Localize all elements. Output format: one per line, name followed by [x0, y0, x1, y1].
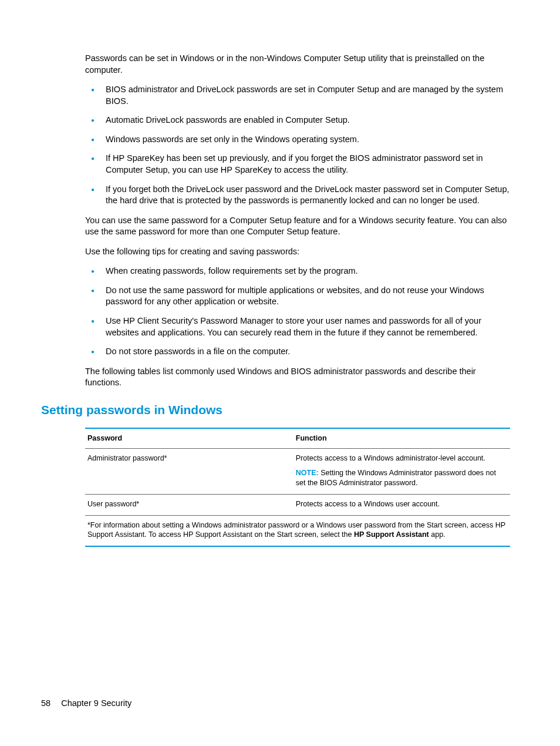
list-item: When creating passwords, follow requirem… [85, 266, 510, 277]
list-item: Windows passwords are set only in the Wi… [85, 134, 510, 146]
page-number: 58 [41, 698, 50, 708]
list-item: Do not store passwords in a file on the … [85, 346, 510, 358]
same-password-paragraph: You can use the same password for a Comp… [85, 215, 510, 238]
tips-intro-paragraph: Use the following tips for creating and … [85, 246, 510, 258]
list-item: If HP SpareKey has been set up previousl… [85, 153, 510, 176]
note-label: NOTE: [296, 469, 319, 477]
page-footer: 58 Chapter 9 Security [41, 698, 131, 710]
bullet-list-setup: BIOS administrator and DriveLock passwor… [85, 84, 510, 207]
intro-paragraph: Passwords can be set in Windows or in th… [85, 53, 510, 76]
section-heading: Setting passwords in Windows [41, 402, 510, 418]
passwords-table: Password Function Administrator password… [85, 428, 510, 547]
cell-function: Protects access to a Windows administrat… [294, 449, 510, 495]
cell-password: Administrator password* [85, 449, 294, 495]
note-block: NOTE: Setting the Windows Administrator … [296, 468, 504, 488]
page-content: Passwords can be set in Windows or in th… [41, 53, 519, 547]
footnote-bold: HP Support Assistant [354, 530, 429, 539]
chapter-label: Chapter 9 Security [61, 698, 131, 708]
table-footnote: *For information about setting a Windows… [85, 515, 510, 546]
table-footnote-row: *For information about setting a Windows… [85, 515, 510, 546]
tables-intro-paragraph: The following tables list commonly used … [85, 366, 510, 389]
list-item: Do not use the same password for multipl… [85, 285, 510, 308]
note-text: Setting the Windows Administrator passwo… [296, 469, 496, 487]
table-row: Administrator password* Protects access … [85, 449, 510, 495]
table-header-row: Password Function [85, 428, 510, 448]
cell-password: User password* [85, 494, 294, 515]
list-item: If you forget both the DriveLock user pa… [85, 184, 510, 207]
cell-function: Protects access to a Windows user accoun… [294, 494, 510, 515]
list-item: BIOS administrator and DriveLock passwor… [85, 84, 510, 107]
function-text: Protects access to a Windows administrat… [296, 454, 485, 462]
table-header-password: Password [85, 428, 294, 448]
footnote-post: app. [429, 530, 446, 539]
table-header-function: Function [294, 428, 510, 448]
list-item: Automatic DriveLock passwords are enable… [85, 115, 510, 126]
list-item: Use HP Client Security's Password Manage… [85, 315, 510, 338]
bullet-list-tips: When creating passwords, follow requirem… [85, 266, 510, 357]
table-row: User password* Protects access to a Wind… [85, 494, 510, 515]
